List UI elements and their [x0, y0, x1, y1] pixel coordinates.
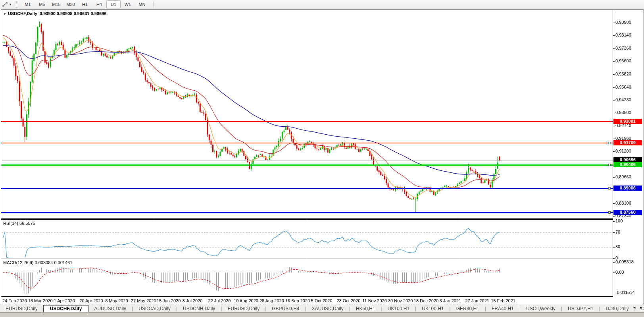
price-tick-0.95820: 0.95820	[615, 72, 631, 76]
chart-tab-usdjpy-h1[interactable]: USDJPY,H1	[562, 305, 599, 312]
tab-scroll-buttons: ◄ ►	[632, 305, 643, 309]
timeframe-button-m30[interactable]: M30	[63, 0, 78, 8]
date-label-13: 23 Oct 2020	[336, 298, 360, 303]
price-tick-0.91200: 0.91200	[615, 149, 631, 153]
date-label-18: 27 Jan 2021	[465, 298, 489, 303]
tool-dropdown-icon[interactable]: ▼	[9, 3, 12, 6]
price-tick-0.93500: 0.93500	[615, 110, 631, 115]
cursor-crosshair-tool-icon[interactable]	[1, 1, 8, 8]
chart-tab-uk100-h1[interactable]: UK100,H1	[382, 305, 415, 312]
toolbar-grip	[15, 1, 17, 8]
macd-tick--0.011514: -0.011514	[615, 290, 635, 295]
chart-tab-ger30-h1[interactable]: GER30,H1	[451, 305, 485, 312]
date-label-17: 8 Jan 2021	[440, 298, 461, 303]
timeframe-button-w1[interactable]: W1	[121, 0, 135, 8]
toolbar-separator	[153, 1, 154, 8]
price-flag-0.87560: 0.87560	[613, 210, 642, 215]
date-label-9: 10 Aug 2020	[234, 298, 258, 303]
tab-scroll-left-icon[interactable]: ◄	[632, 305, 636, 309]
macd-name: MACD(12,26,9)	[3, 260, 33, 265]
tabs-container: EURUSD,DailyUSDCHF,DailyAUDUSD,Daily|USD…	[0, 305, 644, 312]
chart-tab-usdcad-daily[interactable]: USDCAD,Daily	[133, 305, 176, 312]
rsi-value: 66.5575	[19, 221, 35, 226]
tab-scroll-right-icon[interactable]: ►	[639, 305, 643, 309]
price-tick-0.97360: 0.97360	[615, 46, 631, 50]
chart-tab-usdcnh-daily[interactable]: USDCNH,Daily	[177, 305, 221, 312]
chart-toolbar: ▼ M1M5M15M30H1H4D1W1MN	[0, 0, 644, 9]
price-tick-0.98900: 0.98900	[615, 20, 631, 25]
chart-symbol-period: USDCHF,Daily	[8, 11, 37, 16]
price-tick-0.94280: 0.94280	[615, 97, 631, 102]
chart-tab-xauusd-daily[interactable]: XAUUSD,Daily	[306, 305, 349, 312]
chart-tab-usdchf-daily[interactable]: USDCHF,Daily	[43, 305, 89, 312]
chart-tab-usoil-weekly[interactable]: USOil,Weekly	[521, 305, 561, 312]
date-label-2: 1 Apr 2020	[54, 298, 75, 303]
chart-tab-dj30-daily[interactable]: DJ30,Daily	[600, 305, 634, 312]
timeframe-button-m5[interactable]: M5	[35, 0, 49, 8]
date-label-14: 11 Nov 2020	[362, 298, 387, 303]
timeframe-button-d1[interactable]: D1	[106, 0, 121, 8]
rsi-indicator-label: RSI(14) 66.5575	[3, 221, 35, 226]
rsi-tick-30: 30	[615, 244, 620, 249]
chart-tab-gbpusd-h4[interactable]: GBPUSD,H4	[266, 305, 305, 312]
chart-title: ▼USDCHF,Daily 0.90900 0.90908 0.90631 0.…	[3, 11, 106, 16]
price-flag-0.90696: 0.90696	[613, 157, 642, 162]
price-flag-0.89006: 0.89006	[613, 186, 642, 191]
chart-tab-fra40-h1[interactable]: FRA40,H1	[486, 305, 519, 312]
price-tick-0.88100: 0.88100	[615, 201, 631, 205]
date-label-0: 24 Feb 2020	[2, 298, 27, 303]
ohlc-low: 0.90631	[74, 11, 90, 16]
date-label-5: 27 May 2020	[131, 298, 156, 303]
price-tick-0.95040: 0.95040	[615, 85, 631, 89]
rsi-name: RSI(14)	[3, 221, 18, 226]
collapse-chart-icon[interactable]: ▼	[3, 12, 6, 16]
price-tick-0.96600: 0.96600	[615, 58, 631, 63]
price-tick-0.89660: 0.89660	[615, 174, 631, 179]
date-label-3: 20 Apr 2020	[79, 298, 103, 303]
rsi-tick-70: 70	[615, 230, 620, 234]
price-flag-0.90406: 0.90406	[613, 162, 642, 167]
date-label-19: 15 Feb 2021	[491, 298, 515, 303]
price-flag-0.93001: 0.93001	[613, 119, 642, 124]
timeframe-button-m15[interactable]: M15	[49, 0, 63, 8]
ohlc-open: 0.90900	[40, 11, 56, 16]
ohlc-high: 0.90908	[57, 11, 73, 16]
timeframe-buttons: M1M5M15M30H1H4D1W1MN	[21, 0, 149, 8]
chart-tab-hk50-h1[interactable]: HK50,H1	[350, 305, 381, 312]
date-label-8: 22 Jul 2020	[208, 298, 231, 303]
chart-tab-eurusd-daily[interactable]: EURUSD,Daily	[222, 305, 265, 312]
price-tick-0.98140: 0.98140	[615, 33, 631, 37]
date-label-4: 8 May 2020	[105, 298, 128, 303]
chart-window: ▼USDCHF,Daily 0.90900 0.90908 0.90631 0.…	[1, 10, 644, 304]
macd-main-value: 0.003084	[35, 260, 53, 265]
timeframe-button-m1[interactable]: M1	[21, 0, 35, 8]
date-label-16: 18 Dec 2020	[414, 298, 438, 303]
chart-tab-bar: EURUSD,DailyUSDCHF,DailyAUDUSD,Daily|USD…	[0, 304, 644, 313]
mt4-terminal: ▼ M1M5M15M30H1H4D1W1MN ▼USDCHF,Daily 0.9…	[0, 0, 644, 317]
date-label-6: 15 Jun 2020	[157, 298, 181, 303]
macd-indicator-label: MACD(12,26,9) 0.003084 0.001461	[3, 260, 72, 265]
chart-tab-uk100-h1[interactable]: UK100,H1	[416, 305, 449, 312]
date-label-15: 30 Nov 2020	[388, 298, 413, 303]
date-label-1: 13 Mar 2020	[28, 298, 53, 303]
timeframe-button-h1[interactable]: H1	[78, 0, 92, 8]
date-label-11: 16 Sep 2020	[285, 298, 310, 303]
status-strip	[0, 312, 644, 317]
rsi-tick-100: 100	[615, 218, 623, 223]
date-label-7: 3 Jul 2020	[183, 298, 203, 303]
macd-tick-0.00: 0.00	[615, 270, 624, 274]
date-label-12: 5 Oct 2020	[311, 298, 333, 303]
timeframe-button-h4[interactable]: H4	[92, 0, 106, 8]
timeframe-button-mn[interactable]: MN	[135, 0, 149, 8]
chart-tab-audusd-daily[interactable]: AUDUSD,Daily	[88, 305, 132, 312]
date-label-10: 28 Aug 2020	[260, 298, 284, 303]
ohlc-close: 0.90696	[91, 11, 107, 16]
price-chart-canvas[interactable]	[1, 10, 643, 303]
macd-tick-0.005818: 0.005818	[615, 259, 634, 264]
chart-tab-eurusd-daily[interactable]: EURUSD,Daily	[0, 305, 43, 312]
macd-signal-value: 0.001461	[54, 260, 72, 265]
price-flag-0.91709: 0.91709	[613, 140, 642, 145]
